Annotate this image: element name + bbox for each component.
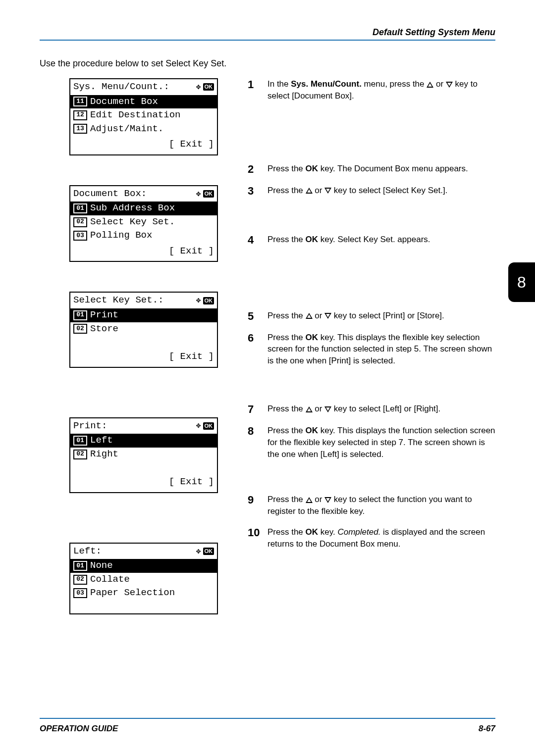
up-arrow-icon bbox=[306, 497, 313, 503]
menu-item: 02Select Key Set. bbox=[70, 215, 217, 229]
step-text: Press the or key to select [Select Key S… bbox=[268, 185, 495, 198]
step-text: Press the or key to select [Print] or [S… bbox=[268, 310, 495, 323]
down-arrow-icon bbox=[324, 188, 331, 194]
lcd-screen-document-box: Document Box: ✥ OK 01Sub Address Box 02S… bbox=[69, 185, 218, 262]
menu-item: 03Polling Box bbox=[70, 229, 217, 243]
step-7: 7 Press the or key to select [Left] or [… bbox=[248, 403, 495, 416]
item-number: 01 bbox=[73, 561, 87, 571]
header-rule bbox=[40, 40, 495, 41]
steps-column: 1 In the Sys. Menu/Count. menu, press th… bbox=[248, 78, 495, 550]
step-number: 2 bbox=[248, 163, 268, 176]
step-text: Press the OK key. Completed. is displaye… bbox=[268, 526, 495, 550]
step-text: Press the OK key. This displays the flex… bbox=[268, 332, 495, 367]
lcd-screen-sys-menu: Sys. Menu/Count.: ✥ OK 11Document Box 12… bbox=[69, 78, 218, 155]
item-label: Paper Selection bbox=[90, 586, 175, 600]
item-label: None bbox=[90, 559, 113, 573]
exit-softkey: [ Exit ] bbox=[70, 473, 217, 491]
exit-softkey: [ Exit ] bbox=[70, 348, 217, 366]
exit-softkey: [ Exit ] bbox=[70, 136, 217, 153]
item-label: Adjust/Maint. bbox=[90, 122, 163, 136]
menu-item: 11Document Box bbox=[70, 95, 217, 109]
step-9: 9 Press the or key to select the functio… bbox=[248, 494, 495, 517]
ok-icon: OK bbox=[203, 190, 214, 198]
nav-arrows-icon: ✥ bbox=[196, 190, 201, 198]
ok-icon: OK bbox=[203, 548, 214, 555]
step-number: 9 bbox=[248, 494, 268, 517]
menu-item: 13Adjust/Maint. bbox=[70, 122, 217, 136]
up-arrow-icon bbox=[306, 313, 313, 319]
down-arrow-icon bbox=[324, 406, 331, 412]
page-number: 8-67 bbox=[479, 724, 495, 734]
item-label: Edit Destination bbox=[90, 108, 180, 122]
step-4: 4 Press the OK key. Select Key Set. appe… bbox=[248, 234, 495, 247]
step-number: 10 bbox=[248, 526, 268, 550]
step-number: 4 bbox=[248, 234, 268, 247]
lcd-screen-select-key-set: Select Key Set.: ✥ OK 01Print 02Store [ … bbox=[69, 292, 218, 367]
step-number: 1 bbox=[248, 78, 268, 102]
item-number: 11 bbox=[73, 97, 87, 106]
item-number: 01 bbox=[73, 310, 87, 320]
menu-item: 12Edit Destination bbox=[70, 108, 217, 122]
step-number: 5 bbox=[248, 310, 268, 323]
item-number: 03 bbox=[73, 231, 87, 241]
menu-item: 01Sub Address Box bbox=[70, 202, 217, 215]
menu-item: 02Collate bbox=[70, 573, 217, 587]
item-label: Sub Address Box bbox=[90, 202, 175, 215]
step-10: 10 Press the OK key. Completed. is displ… bbox=[248, 526, 495, 550]
item-number: 02 bbox=[73, 324, 87, 334]
menu-item: 01Print bbox=[70, 308, 217, 322]
item-label: Select Key Set. bbox=[90, 215, 175, 229]
step-2: 2 Press the OK key. The Document Box men… bbox=[248, 163, 495, 176]
exit-softkey: [ Exit ] bbox=[70, 243, 217, 260]
step-8: 8 Press the OK key. This displays the fu… bbox=[248, 425, 495, 460]
menu-item: 03Paper Selection bbox=[70, 586, 217, 600]
step-1: 1 In the Sys. Menu/Count. menu, press th… bbox=[248, 78, 495, 102]
intro-text: Use the procedure below to set Select Ke… bbox=[40, 58, 226, 69]
screen-title: Sys. Menu/Count.: bbox=[73, 80, 169, 94]
item-label: Right bbox=[90, 448, 118, 461]
item-label: Document Box bbox=[90, 95, 158, 109]
menu-item: 02Right bbox=[70, 448, 217, 461]
step-text: In the Sys. Menu/Count. menu, press the … bbox=[268, 78, 495, 102]
item-number: 02 bbox=[73, 450, 87, 459]
nav-arrows-icon: ✥ bbox=[196, 83, 201, 91]
item-label: Collate bbox=[90, 573, 130, 587]
nav-arrows-icon: ✥ bbox=[196, 297, 201, 304]
step-5: 5 Press the or key to select [Print] or … bbox=[248, 310, 495, 323]
step-text: Press the or key to select [Left] or [Ri… bbox=[268, 403, 495, 416]
item-number: 13 bbox=[73, 124, 87, 134]
up-arrow-icon bbox=[306, 188, 313, 194]
down-arrow-icon bbox=[446, 82, 453, 88]
section-header: Default Setting System Menu bbox=[373, 27, 495, 38]
screen-title: Document Box: bbox=[73, 187, 147, 201]
item-label: Polling Box bbox=[90, 229, 152, 243]
item-number: 01 bbox=[73, 203, 87, 213]
chapter-tab: 8 bbox=[508, 262, 535, 302]
item-number: 03 bbox=[73, 588, 87, 598]
footer-rule bbox=[40, 718, 495, 719]
ok-icon: OK bbox=[203, 83, 214, 91]
nav-arrows-icon: ✥ bbox=[196, 422, 201, 430]
step-number: 7 bbox=[248, 403, 268, 416]
step-text: Press the OK key. The Document Box menu … bbox=[268, 163, 495, 176]
screen-title: Left: bbox=[73, 545, 102, 558]
down-arrow-icon bbox=[324, 497, 331, 503]
step-number: 8 bbox=[248, 425, 268, 460]
item-number: 02 bbox=[73, 217, 87, 227]
up-arrow-icon bbox=[306, 406, 313, 412]
item-label: Left bbox=[90, 434, 113, 448]
lcd-screen-left: Left: ✥ OK 01None 02Collate 03Paper Sele… bbox=[69, 543, 218, 614]
item-label: Print bbox=[90, 308, 118, 322]
step-text: Press the OK key. This displays the func… bbox=[268, 425, 495, 460]
down-arrow-icon bbox=[324, 313, 331, 319]
screen-title: Select Key Set.: bbox=[73, 294, 163, 307]
item-number: 12 bbox=[73, 110, 87, 120]
menu-item: 01Left bbox=[70, 434, 217, 448]
footer-left: OPERATION GUIDE bbox=[40, 724, 118, 734]
nav-arrows-icon: ✥ bbox=[196, 548, 201, 555]
ok-icon: OK bbox=[203, 297, 214, 304]
step-text: Press the or key to select the function … bbox=[268, 494, 495, 517]
step-3: 3 Press the or key to select [Select Key… bbox=[248, 185, 495, 198]
step-number: 6 bbox=[248, 332, 268, 367]
step-text: Press the OK key. Select Key Set. appear… bbox=[268, 234, 495, 247]
